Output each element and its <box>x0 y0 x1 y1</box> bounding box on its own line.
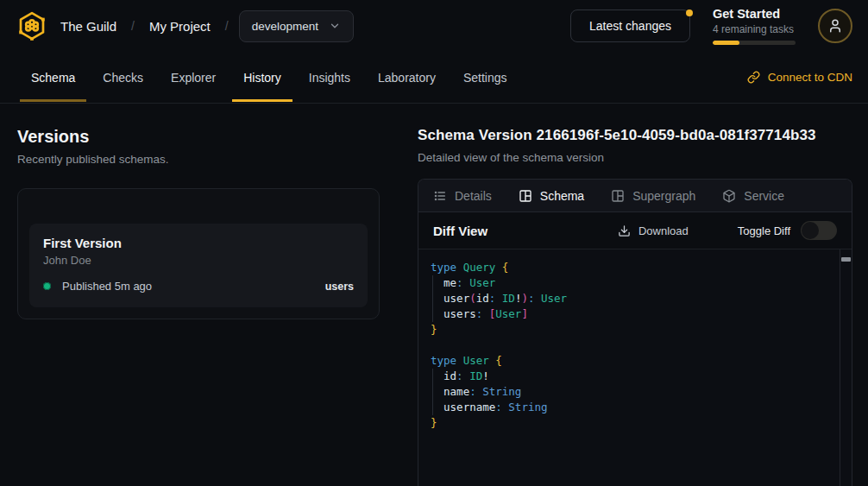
breadcrumb-org[interactable]: The Guild <box>60 19 116 34</box>
connect-cdn-label: Connect to CDN <box>768 71 852 84</box>
layout-panels-icon <box>611 189 625 203</box>
scrollbar-track[interactable] <box>840 249 840 486</box>
main-nav: Schema Checks Explorer History Insights … <box>0 52 868 104</box>
download-icon <box>618 224 631 237</box>
diff-view-toolbar: Diff View Download Toggle Diff <box>418 212 852 249</box>
nav-tab-checks[interactable]: Checks <box>91 52 154 103</box>
target-selector[interactable]: development <box>239 10 354 42</box>
user-icon <box>827 18 843 34</box>
target-selector-value: development <box>252 20 318 33</box>
avatar[interactable] <box>818 9 852 43</box>
breadcrumb-separator: / <box>131 19 135 33</box>
nav-tab-history[interactable]: History <box>232 52 292 103</box>
indent-guide <box>432 369 433 415</box>
detail-tab-details[interactable]: Details <box>433 189 492 203</box>
schema-code-viewer[interactable]: type Query { me: User user(id: ID!): Use… <box>418 249 852 486</box>
nav-tab-laboratory[interactable]: Laboratory <box>367 52 447 103</box>
diff-view-title: Diff View <box>433 224 487 238</box>
schema-sdl-code: type Query { me: User user(id: ID!): Use… <box>418 249 852 441</box>
scrollbar-thumb[interactable] <box>841 257 851 262</box>
layout-panels-icon <box>519 189 532 203</box>
hive-logo-icon[interactable] <box>16 9 48 42</box>
breadcrumb-project[interactable]: My Project <box>149 19 211 34</box>
nav-tab-insights[interactable]: Insights <box>298 52 362 103</box>
published-status-dot <box>43 282 51 290</box>
switch-knob <box>802 222 819 239</box>
breadcrumb: The Guild / My Project / <box>60 19 229 34</box>
version-service-badge: users <box>325 281 354 293</box>
get-started-progress <box>713 41 796 45</box>
chevron-down-icon <box>329 20 341 32</box>
version-detail-subtitle: Detailed view of the schema version <box>418 151 852 164</box>
nav-tab-explorer[interactable]: Explorer <box>160 52 227 103</box>
get-started-subtitle: 4 remaining tasks <box>713 23 796 35</box>
breadcrumb-separator: / <box>225 19 229 33</box>
app-header: The Guild / My Project / development Lat… <box>0 0 868 52</box>
get-started-widget[interactable]: Get Started 4 remaining tasks <box>713 7 796 45</box>
toggle-diff-switch[interactable] <box>801 221 837 240</box>
get-started-title: Get Started <box>713 7 796 21</box>
cube-icon <box>722 189 736 203</box>
versions-subtitle: Recently published schemas. <box>17 153 380 166</box>
version-status: Published 5m ago <box>62 280 152 293</box>
detail-tab-bar: Details Schema Supergraph <box>418 180 852 212</box>
version-name: First Version <box>43 236 354 250</box>
versions-card: First Version John Doe Published 5m ago … <box>17 188 380 319</box>
link-icon <box>747 71 760 84</box>
connect-cdn-link[interactable]: Connect to CDN <box>747 52 852 103</box>
version-detail-panel: Schema Version 2166196f-5e10-4059-bd0a-0… <box>397 104 868 486</box>
latest-changes-button[interactable]: Latest changes <box>570 9 690 42</box>
version-author: John Doe <box>43 254 354 267</box>
nav-tab-schema[interactable]: Schema <box>20 52 86 103</box>
version-list-item[interactable]: First Version John Doe Published 5m ago … <box>29 224 368 307</box>
download-button[interactable]: Download <box>618 224 689 237</box>
detail-tab-service[interactable]: Service <box>722 189 784 203</box>
nav-tab-settings[interactable]: Settings <box>452 52 519 103</box>
detail-tab-supergraph[interactable]: Supergraph <box>611 189 695 203</box>
list-icon <box>433 189 447 203</box>
version-detail-title: Schema Version 2166196f-5e10-4059-bd0a-0… <box>418 127 852 144</box>
notification-dot <box>686 9 693 16</box>
indent-guide <box>432 275 433 322</box>
toggle-diff-label: Toggle Diff <box>738 224 790 237</box>
detail-tab-schema[interactable]: Schema <box>519 189 584 203</box>
versions-title: Versions <box>17 127 380 147</box>
versions-panel: Versions Recently published schemas. Fir… <box>0 104 397 486</box>
